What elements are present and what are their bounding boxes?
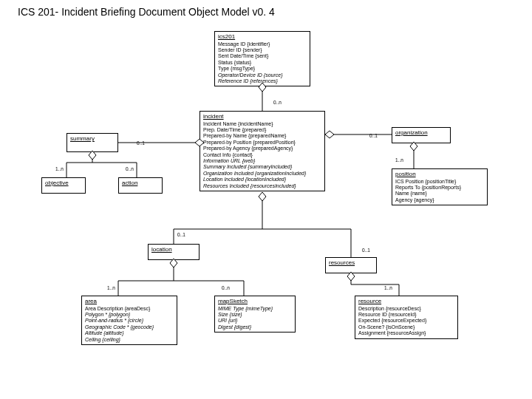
attr: Area Description {areaDesc} — [85, 306, 174, 312]
attr: Incident Name {incidentName} — [203, 121, 321, 127]
attr: Sent Date/Time {sent} — [218, 53, 307, 59]
class-area: area Area Description {areaDesc} Polygon… — [81, 296, 177, 345]
attr: Prepared-by Name {preparedName} — [203, 133, 321, 139]
attr: Location Included {locationIncluded} — [203, 177, 321, 183]
attr: Prepared-by Position {preparedPosition} — [203, 140, 321, 146]
attr: MIME Type {mimeType} — [218, 306, 292, 312]
class-title: incident — [203, 113, 321, 120]
class-title: position — [395, 171, 484, 178]
class-ics201: ics201 Message ID {identifier} Sender ID… — [214, 31, 310, 86]
class-organization: organization — [392, 127, 451, 143]
class-title: summary — [70, 135, 115, 143]
class-title: action — [122, 180, 159, 187]
attr: Resource ID {resourceId} — [358, 312, 454, 318]
svg-marker-10 — [325, 131, 334, 138]
attr: Name {name} — [395, 191, 484, 197]
attr: Message ID {identifier} — [218, 41, 307, 47]
attr: Assignment {resourceAssign} — [358, 330, 454, 336]
cardinality: 1..n — [395, 157, 403, 163]
class-title: ics201 — [218, 33, 307, 41]
cardinality: 1..n — [55, 166, 64, 171]
attr: URI {uri} — [218, 318, 292, 324]
class-title: organization — [395, 129, 447, 137]
attr: Expected {resourceExpected} — [358, 318, 454, 324]
attr: Reference ID {references} — [218, 78, 307, 84]
class-mapsketch: mapSketch MIME Type {mimeType} Size {siz… — [214, 296, 296, 332]
class-action: action — [118, 177, 163, 194]
attr: Operator/Device ID {source} — [218, 72, 307, 78]
attr: Altitude {altitude} — [85, 330, 174, 336]
class-title: mapSketch — [218, 298, 292, 305]
attr: Digest {digest} — [218, 324, 292, 330]
attr: Summary Included {summaryIncluded} — [203, 164, 321, 170]
attr: Prepared-by Agency {preparedAgency} — [203, 146, 321, 151]
class-title: location — [151, 246, 196, 253]
attr: Size {size} — [218, 312, 292, 318]
cardinality: 1..n — [107, 285, 115, 290]
class-objective: objective — [41, 177, 86, 194]
class-title: resource — [358, 298, 454, 305]
attr: ICS Position {positionTitle} — [395, 179, 484, 185]
cardinality: 0..n — [273, 100, 282, 105]
class-incident: incident Incident Name {incidentName} Pr… — [200, 111, 325, 191]
attr: Sender ID {sender} — [218, 47, 307, 53]
class-location: location — [148, 244, 200, 260]
attr: Contact Info {contact} — [203, 152, 321, 158]
attr: Agency {agency} — [395, 197, 484, 203]
svg-marker-14 — [259, 192, 266, 201]
attr: Type {msgType} — [218, 66, 307, 72]
class-resource: resource Description {resourceDesc} Reso… — [355, 296, 458, 339]
cardinality: 1..n — [384, 285, 392, 290]
cardinality: 0..1 — [369, 133, 378, 138]
class-title: resources — [329, 259, 373, 267]
attr: Resources Included {resourcesIncluded} — [203, 183, 321, 189]
attr: Prep. Date/Time {prepared} — [203, 127, 321, 133]
attr: Status {status} — [218, 60, 307, 66]
cardinality: 0..1 — [137, 140, 145, 146]
attr: Reports To {positionReports} — [395, 185, 484, 191]
class-title: area — [85, 298, 174, 305]
cardinality: 0..1 — [177, 232, 185, 237]
class-title: objective — [45, 180, 82, 187]
attr: On-Scene? {isOnScene} — [358, 324, 454, 330]
cardinality: 0..n — [222, 285, 230, 290]
attr: Ceiling {ceiling} — [85, 337, 174, 343]
cardinality: 0..1 — [362, 248, 370, 253]
attr: Polygon * {polygon} — [85, 312, 174, 318]
attr: Organization Included {organizationInclu… — [203, 171, 321, 177]
attr: Geographic Code * {geocode} — [85, 324, 174, 330]
cardinality: 0..n — [126, 166, 134, 171]
class-resources: resources — [325, 257, 377, 273]
attr: Information URL {web} — [203, 158, 321, 164]
page-title: ICS 201- Incident Briefing Document Obje… — [18, 6, 275, 18]
attr: Description {resourceDesc} — [358, 306, 454, 312]
attr: Point-and-radius * {circle} — [85, 318, 174, 324]
class-summary: summary — [66, 133, 118, 152]
class-position: position ICS Position {positionTitle} Re… — [392, 168, 488, 205]
